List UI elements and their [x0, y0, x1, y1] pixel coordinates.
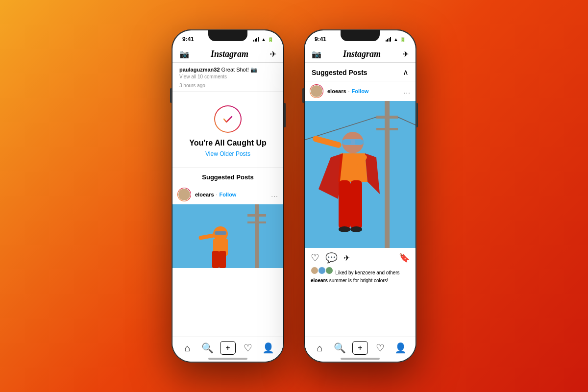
comment-text: paulaguzman32 Great Shot! 📷	[179, 67, 276, 73]
caught-up-section: You're All Caught Up View Older Posts	[172, 92, 283, 167]
comment-section: paulaguzman32 Great Shot! 📷 View all 10 …	[172, 63, 283, 92]
dot-sep-2: ·	[348, 88, 350, 94]
notch-2	[341, 30, 380, 41]
svg-rect-11	[385, 101, 390, 248]
svg-point-27	[339, 226, 350, 232]
follow-button-1[interactable]: Follow	[220, 192, 237, 197]
nav-home-1[interactable]: ⌂	[180, 341, 196, 355]
svg-rect-2	[247, 214, 266, 217]
view-comments[interactable]: View all 10 comments	[179, 74, 276, 79]
checkmark-circle	[214, 105, 242, 133]
post-user-row-1: eloears · Follow ...	[172, 185, 283, 204]
status-time-2: 9:41	[315, 36, 326, 43]
phone-2: 9:41 ▲ 🔋 📷 Instagram ✈ Suggested P	[304, 29, 416, 363]
avatar-img-1	[178, 188, 191, 201]
caught-up-title: You're All Caught Up	[189, 139, 267, 147]
ig-header-1: 📷 Instagram ✈	[172, 46, 283, 63]
svg-rect-19	[355, 140, 364, 145]
avatar-2	[310, 84, 323, 98]
avatar-img-2	[310, 85, 323, 98]
scroll-area-1[interactable]: paulaguzman32 Great Shot! 📷 View all 10 …	[172, 63, 283, 337]
svg-rect-3	[247, 221, 266, 223]
like-avatar-3	[325, 267, 333, 274]
notch	[208, 30, 247, 41]
nav-profile-2[interactable]: 👤	[392, 341, 408, 355]
like-icon-2[interactable]: ♡	[311, 252, 319, 264]
suggested-header-row: Suggested Posts ∧	[305, 63, 416, 81]
suggested-label-2: Suggested Posts	[312, 69, 368, 76]
nav-search-1[interactable]: 🔍	[200, 341, 216, 355]
status-time-1: 9:41	[182, 36, 194, 43]
nav-heart-2[interactable]: ♡	[372, 341, 388, 355]
chevron-up-icon[interactable]: ∧	[403, 68, 409, 77]
svg-rect-13	[376, 128, 398, 130]
nav-heart-1[interactable]: ♡	[240, 341, 256, 355]
signal-icon-2	[386, 37, 391, 42]
camera-icon-1[interactable]: 📷	[179, 49, 189, 59]
caption-2: eloears summer is for bright colors!	[305, 277, 416, 285]
like-avatar-1	[311, 267, 318, 274]
svg-rect-9	[215, 231, 226, 235]
phone-1: 9:41 ▲ 🔋 📷 Instagram ✈	[172, 29, 284, 363]
svg-rect-24	[350, 180, 362, 229]
camera-icon-2[interactable]: 📷	[312, 49, 321, 59]
nav-add-2[interactable]: +	[352, 341, 368, 355]
post-image-1	[172, 204, 283, 268]
nav-profile-1[interactable]: 👤	[260, 341, 276, 355]
svg-rect-7	[219, 251, 226, 268]
post-image-2	[305, 101, 416, 248]
caption-username: eloears	[311, 278, 328, 283]
suggested-posts-label-1: Suggested Posts	[172, 167, 283, 185]
dot-sep-1: ·	[216, 192, 218, 197]
svg-rect-23	[339, 180, 350, 229]
ig-header-2: 📷 Instagram ✈	[305, 46, 416, 63]
ig-logo-2: Instagram	[343, 49, 381, 59]
post-user-row-2: eloears · Follow ...	[305, 81, 416, 101]
comment-username: paulaguzman32	[179, 67, 220, 73]
scroll-area-2[interactable]: Suggested Posts ∧ eloears · Follow ...	[305, 63, 416, 337]
home-indicator-1	[208, 358, 247, 360]
nav-search-2[interactable]: 🔍	[332, 341, 348, 355]
home-indicator-2	[341, 358, 380, 360]
ig-logo-1: Instagram	[211, 49, 248, 59]
nav-home-2[interactable]: ⌂	[312, 341, 328, 355]
status-icons-1: ▲ 🔋	[253, 37, 273, 42]
more-button-2[interactable]: ...	[403, 87, 411, 95]
signal-icon	[253, 37, 259, 42]
save-icon-2[interactable]: 🔖	[399, 252, 410, 263]
avatar-1	[177, 188, 191, 201]
post-actions-2: ♡ 💬 ✈ 🔖	[305, 248, 416, 266]
share-icon-2[interactable]: ✈	[343, 253, 350, 263]
dm-icon-1[interactable]: ✈	[270, 49, 276, 59]
status-icons-2: ▲ 🔋	[386, 37, 406, 42]
view-older-link[interactable]: View Older Posts	[205, 150, 250, 157]
svg-rect-1	[255, 204, 259, 268]
username-follow-2: eloears · Follow	[327, 88, 399, 94]
post-username-1: eloears	[195, 192, 214, 197]
caption-text: summer is for bright colors!	[329, 278, 389, 283]
post-scene-2	[305, 101, 416, 248]
svg-rect-0	[172, 204, 283, 268]
dm-icon-2[interactable]: ✈	[402, 49, 409, 59]
post-actions-left-2: ♡ 💬 ✈	[311, 252, 350, 264]
comment-body: Great Shot! 📷	[221, 67, 257, 73]
like-avatar-2	[318, 267, 326, 274]
time-ago: 3 hours ago	[179, 83, 205, 88]
liked-by-text: Liked by kenzoere and others	[335, 270, 399, 275]
username-follow-1: eloears · Follow	[195, 192, 267, 197]
svg-rect-18	[342, 140, 351, 145]
more-button-1[interactable]: ...	[271, 191, 278, 198]
liked-by-2: Liked by kenzoere and others	[305, 266, 416, 277]
post-scene-1	[172, 204, 283, 268]
svg-point-28	[350, 226, 362, 232]
checkmark-icon	[221, 112, 235, 126]
follow-button-2[interactable]: Follow	[352, 88, 369, 94]
svg-rect-12	[376, 116, 398, 119]
nav-add-1[interactable]: +	[220, 341, 236, 355]
svg-rect-6	[212, 251, 219, 268]
post-username-2: eloears	[327, 88, 346, 94]
comment-icon-2[interactable]: 💬	[325, 252, 338, 264]
